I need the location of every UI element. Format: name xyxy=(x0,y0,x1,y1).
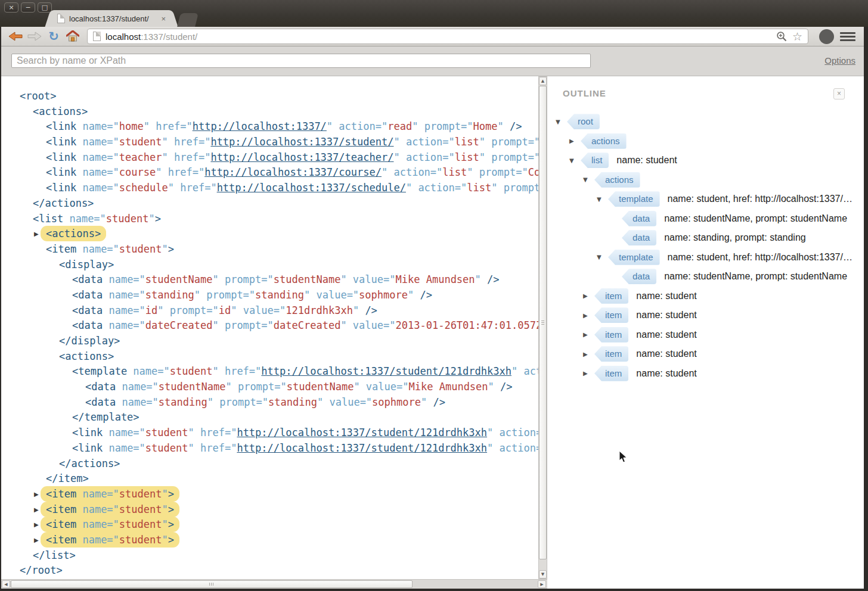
outline-node-pill[interactable]: item xyxy=(594,307,628,323)
profile-avatar[interactable] xyxy=(819,29,834,44)
collapsed-node[interactable]: <item name="student"> xyxy=(41,502,179,517)
home-button[interactable] xyxy=(64,29,81,44)
xml-token: /> xyxy=(414,289,432,301)
browser-tab[interactable]: localhost:1337/student/ × xyxy=(52,10,170,27)
outline-node-pill[interactable]: item xyxy=(594,327,628,343)
xml-url-link[interactable]: http://localhost:1337/course/ xyxy=(204,166,382,178)
outline-node-pill[interactable]: data xyxy=(622,211,656,226)
xml-token: read xyxy=(388,120,412,132)
outline-node-pill[interactable]: data xyxy=(622,230,656,245)
outline-expand-arrow-icon[interactable]: ▶ xyxy=(583,331,594,338)
outline-expand-arrow-icon[interactable]: ▶ xyxy=(583,312,594,319)
outline-header: OUTLINE × xyxy=(556,88,859,99)
outline-node-pill[interactable]: item xyxy=(594,346,628,362)
outline-expand-arrow-icon[interactable]: ▶ xyxy=(569,138,581,144)
xml-token: > xyxy=(168,534,174,546)
code-line: </item> xyxy=(1,471,538,487)
xml-token: " action=" xyxy=(393,136,454,148)
xml-token: <data xyxy=(72,289,103,301)
xml-token: " xyxy=(475,273,481,285)
address-bar[interactable]: localhost:1337/student/ ☆ xyxy=(87,29,808,44)
collapsed-node[interactable]: <item name="student"> xyxy=(41,486,179,502)
xml-url-link[interactable]: http://localhost:1337/teacher/ xyxy=(210,151,393,163)
xml-url-link[interactable]: http://localhost:1337/student/121drdhk3x… xyxy=(237,442,487,454)
outline-title: OUTLINE xyxy=(563,88,606,98)
outline-node-pill[interactable]: template xyxy=(608,250,660,265)
outline-expand-arrow-icon[interactable]: ▼ xyxy=(569,157,581,164)
hamburger-icon xyxy=(840,32,855,34)
outline-expand-arrow-icon[interactable]: ▶ xyxy=(583,351,594,357)
tab-close-icon[interactable]: × xyxy=(161,14,166,23)
xml-token: name=" xyxy=(76,151,119,163)
xml-url-link[interactable]: http://localhost:1337/student/ xyxy=(210,136,393,148)
bookmark-star-icon[interactable]: ☆ xyxy=(792,30,802,43)
scroll-up-button[interactable]: ▲ xyxy=(539,77,547,85)
outline-expand-arrow-icon[interactable]: ▼ xyxy=(597,254,608,260)
search-strip: Options xyxy=(1,46,864,76)
outline-expand-arrow-icon[interactable]: ▼ xyxy=(583,176,594,183)
outline-node-pill[interactable]: template xyxy=(608,191,660,207)
xml-url-link[interactable]: http://localhost:1337/student/121drdhk3x… xyxy=(237,427,487,438)
scroll-down-button[interactable]: ▼ xyxy=(539,570,547,578)
outline-node-pill[interactable]: list xyxy=(581,153,609,168)
back-button[interactable] xyxy=(7,29,24,44)
xml-url-link[interactable]: http://localhost:1337/ xyxy=(193,120,327,132)
code-line: ▶<item name="student"> xyxy=(1,533,538,548)
code-line: ▶<item name="student"> xyxy=(1,502,538,518)
reload-icon: ↻ xyxy=(48,30,59,42)
xml-token: list xyxy=(442,166,467,178)
back-icon xyxy=(8,31,23,42)
outline-node-pill[interactable]: data xyxy=(622,269,656,284)
xml-token: student xyxy=(119,243,162,255)
outline-expand-arrow-icon[interactable]: ▶ xyxy=(583,370,594,377)
menu-button[interactable] xyxy=(840,30,855,43)
xml-token: </template> xyxy=(72,411,140,423)
outline-node-desc: name: student xyxy=(636,349,696,359)
code-line: </list> xyxy=(1,548,538,564)
xml-token: <link xyxy=(72,442,103,454)
xml-token: name=" xyxy=(116,396,159,408)
vertical-scrollbar[interactable]: ▲ ▼ xyxy=(538,76,547,579)
outline-expand-arrow-icon[interactable]: ▼ xyxy=(556,119,567,125)
window-maximize-button[interactable]: □ xyxy=(38,2,52,13)
xml-token: home xyxy=(119,120,144,132)
xml-token: " href=" xyxy=(212,365,261,377)
reload-button[interactable]: ↻ xyxy=(45,29,62,44)
zoom-icon[interactable] xyxy=(776,31,788,42)
window-close-button[interactable]: × xyxy=(4,2,18,13)
xml-token: standing xyxy=(268,396,317,408)
outline-close-button[interactable]: × xyxy=(833,88,845,99)
search-input[interactable] xyxy=(11,54,591,68)
scroll-left-button[interactable]: ◀ xyxy=(2,580,10,588)
collapsed-node[interactable]: <item name="student"> xyxy=(41,532,179,548)
horizontal-scrollbar[interactable]: ◀ ▶ xyxy=(1,579,547,589)
xml-url-link[interactable]: http://localhost:1337/student/121drdhk3x… xyxy=(261,365,512,377)
scroll-right-button[interactable]: ▶ xyxy=(538,580,546,588)
xml-token: <item xyxy=(46,518,76,530)
xml-url-link[interactable]: http://localhost:1337/schedule/ xyxy=(217,182,406,194)
xml-token: " action=" xyxy=(382,166,442,178)
outline-expand-arrow-icon[interactable]: ▶ xyxy=(583,293,594,299)
outline-panel: OUTLINE × ▼root▶actions▼listname: studen… xyxy=(547,76,864,589)
xml-token: " value=" xyxy=(340,319,395,331)
outline-node-pill[interactable]: actions xyxy=(581,133,627,149)
collapsed-node[interactable]: <item name="student"> xyxy=(41,517,179,532)
outline-expand-arrow-icon[interactable]: ▼ xyxy=(597,196,608,203)
collapsed-node[interactable]: <actions> xyxy=(41,226,106,241)
outline-node-pill[interactable]: root xyxy=(567,114,600,129)
forward-button[interactable] xyxy=(26,29,43,44)
outline-node-pill[interactable]: actions xyxy=(594,172,640,188)
window-minimize-button[interactable]: − xyxy=(21,2,35,13)
outline-node-pill[interactable]: item xyxy=(594,288,628,304)
code-line: <display> xyxy=(1,257,538,273)
outline-node-desc: name: student xyxy=(636,310,696,321)
options-link[interactable]: Options xyxy=(824,55,855,66)
xml-token: " xyxy=(421,396,427,408)
xml-token: " xyxy=(162,518,168,530)
new-tab-button[interactable] xyxy=(177,13,199,27)
code-line: <link name="home" href="http://localhost… xyxy=(1,119,538,135)
vertical-scrollbar-thumb[interactable] xyxy=(539,86,547,559)
horizontal-scrollbar-thumb[interactable] xyxy=(11,580,413,588)
code-line: <link name="course" href="http://localho… xyxy=(1,165,538,181)
outline-node-pill[interactable]: item xyxy=(594,366,628,381)
